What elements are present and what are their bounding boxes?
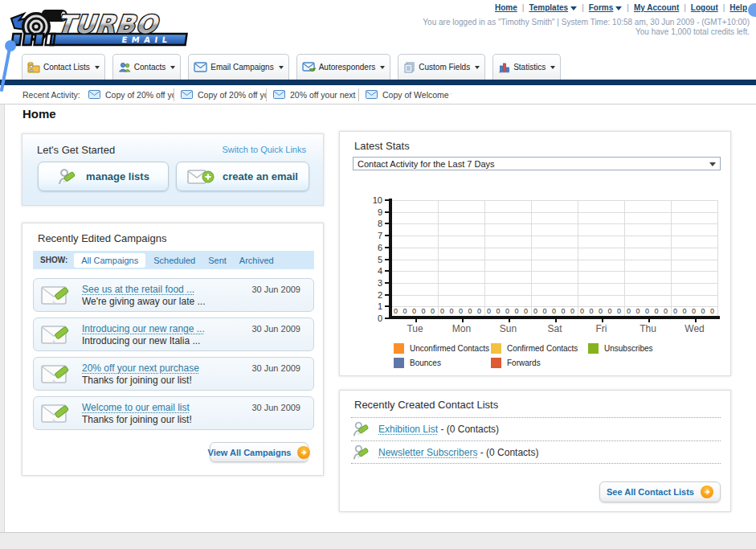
filter-archived[interactable]: Archived — [239, 256, 274, 265]
top-link-home[interactable]: Home — [495, 3, 517, 12]
view-all-campaigns-label: View All Campaigns — [208, 448, 292, 457]
tab-label: Email Campaigns — [210, 63, 273, 72]
credits-info: You have 1,000 total credits left. — [635, 27, 750, 36]
recent-activity-label: Recent Activity: — [22, 90, 82, 100]
top-link-logout[interactable]: Logout — [691, 3, 718, 12]
chart-y-tick-label: 8 — [366, 219, 382, 228]
chart-y-tick-label: 9 — [366, 207, 382, 217]
chart-y-tick-label: 6 — [366, 243, 382, 252]
campaign-date: 30 Jun 2009 — [251, 285, 300, 294]
contact-list-item[interactable]: Newsletter Subscribers - (0 Contacts) — [351, 440, 721, 464]
contact-list-link[interactable]: Newsletter Subscribers — [378, 447, 477, 458]
chevron-down-icon — [380, 66, 385, 69]
tab-custom-fields[interactable]: Custom Fields — [398, 54, 485, 80]
campaign-title-link[interactable]: See us at the retail food ... — [82, 284, 194, 295]
envelope-pencil-icon — [41, 403, 73, 425]
top-link-forms[interactable]: Forms — [589, 3, 614, 12]
chart-y-tick-label: 2 — [366, 290, 382, 300]
chevron-down-icon — [570, 6, 577, 10]
stats-select-value: Contact Activity for the Last 7 Days — [358, 159, 495, 169]
create-email-button[interactable]: create an email — [176, 162, 309, 191]
tab-label: Contact Lists — [43, 63, 90, 72]
corner-dot — [748, 3, 756, 17]
legend-item: Unsubscribes — [588, 343, 653, 354]
campaign-subtitle: Thanks for joining our list! — [82, 414, 192, 425]
chart-value-labels: 0 0 0 0 0 — [672, 307, 717, 315]
chart-day-column: 0 0 0 0 0Tue — [392, 200, 439, 318]
chart-day-label: Tue — [392, 323, 438, 334]
recent-activity-item[interactable]: Copy of 20% off yo — [174, 88, 267, 101]
tab-label: Statistics — [513, 63, 546, 72]
contact-lists-title: Recently Created Contact Lists — [354, 399, 498, 411]
campaign-title-link[interactable]: Introducing our new range ... — [82, 323, 205, 334]
campaign-subtitle: Introducing our new Italia ... — [82, 335, 200, 346]
legend-item: Confirmed Contacts — [491, 343, 578, 354]
chevron-down-icon — [170, 66, 175, 69]
manage-lists-label: manage lists — [86, 170, 149, 182]
chart-x-axis — [389, 316, 720, 319]
recent-activity-item[interactable]: Copy of 20% off yo — [82, 88, 174, 101]
custom-fields-icon — [403, 62, 415, 73]
see-all-contact-lists-button[interactable]: See All Contact Lists — [599, 481, 721, 502]
contact-list-detail: - (0 Contacts) — [438, 424, 499, 435]
chart-y-tick-label: 4 — [366, 266, 382, 276]
activity-text: Copy of 20% off yo — [105, 90, 174, 100]
legend-label: Unsubscribes — [604, 344, 653, 353]
filter-all-campaigns[interactable]: All Campaigns — [74, 253, 145, 268]
contact-list-text: Exhibition List - (0 Contacts) — [378, 424, 499, 435]
stats-period-select[interactable]: Contact Activity for the Last 7 Days — [353, 157, 721, 170]
chart-y-tick-label: 10 — [366, 195, 382, 205]
recent-activity-bar: Recent Activity: Copy of 20% off yo Copy… — [0, 85, 756, 104]
top-link-templates[interactable]: Templates — [529, 3, 568, 12]
manage-lists-button[interactable]: manage lists — [38, 162, 169, 191]
view-all-campaigns-button[interactable]: View All Campaigns — [210, 442, 309, 462]
recent-activity-item[interactable]: 20% off your next p — [267, 88, 359, 101]
campaigns-title: Recently Edited Campaigns — [38, 232, 166, 244]
legend-label: Unconfirmed Contacts — [410, 344, 489, 353]
chart-day-label: Fri — [578, 323, 624, 334]
legend-color-swatch — [491, 343, 501, 354]
filter-scheduled[interactable]: Scheduled — [153, 256, 195, 265]
chart-value-labels: 0 0 0 0 0 — [578, 307, 624, 315]
top-link-help[interactable]: Help — [729, 3, 747, 12]
chevron-down-icon — [709, 162, 716, 166]
tab-contacts[interactable]: Contacts — [112, 54, 181, 80]
legend-color-swatch — [394, 358, 404, 368]
chart-day-label: Sat — [532, 323, 578, 334]
tab-contact-lists[interactable]: Contact Lists — [22, 54, 105, 80]
campaign-row: See us at the retail food ...We're givin… — [33, 278, 314, 312]
filter-sent[interactable]: Sent — [208, 256, 227, 265]
chart-plot-area: 0 0 0 0 0Tue0 0 0 0 0Mon0 0 0 0 0Sun0 0 … — [392, 200, 718, 318]
chart-y-tick-label: 0 — [366, 313, 382, 323]
recent-activity-item[interactable]: Copy of Welcome to — [359, 88, 452, 101]
latest-stats-panel: Latest Stats Contact Activity for the La… — [339, 131, 731, 376]
legend-color-swatch — [394, 343, 404, 354]
legend-item: Bounces — [394, 358, 441, 368]
top-link-my-account[interactable]: My Account — [634, 3, 679, 12]
campaign-title-link[interactable]: 20% off your next purchase — [82, 363, 199, 374]
campaign-subtitle: We're giving away our late ... — [82, 296, 205, 307]
tab-email-campaigns[interactable]: Email Campaigns — [188, 54, 288, 80]
chevron-down-icon — [95, 66, 100, 69]
switch-quick-links[interactable]: Switch to Quick Links — [222, 145, 306, 154]
tab-autoresponders[interactable]: Autoresponders — [296, 54, 391, 80]
contact-list-link[interactable]: Exhibition List — [378, 424, 438, 435]
chart-y-tick-label: 3 — [366, 278, 382, 288]
chart-day-label: Sun — [485, 323, 531, 334]
chevron-down-icon — [550, 66, 555, 69]
tab-statistics[interactable]: Statistics — [492, 54, 561, 80]
envelope-icon — [366, 90, 378, 99]
activity-text: Copy of 20% off yo — [198, 90, 267, 100]
chart-y-axis — [389, 199, 392, 319]
chart-day-column: 0 0 0 0 0Sun — [485, 200, 532, 318]
campaign-date: 30 Jun 2009 — [251, 363, 300, 373]
chart-value-labels: 0 0 0 0 0 — [439, 307, 484, 315]
legend-item: Unconfirmed Contacts — [394, 343, 489, 354]
chart-value-labels: 0 0 0 0 0 — [532, 307, 578, 315]
campaign-title-link[interactable]: Welcome to our email list — [82, 402, 190, 413]
top-nav: Home|Templates|Forms|My Account|Logout|H… — [495, 3, 747, 12]
tab-label: Contacts — [134, 63, 166, 72]
contact-list-item[interactable]: Exhibition List - (0 Contacts) — [351, 417, 721, 440]
chart-value-labels: 0 0 0 0 0 — [625, 307, 671, 315]
contact-list-text: Newsletter Subscribers - (0 Contacts) — [378, 447, 538, 458]
